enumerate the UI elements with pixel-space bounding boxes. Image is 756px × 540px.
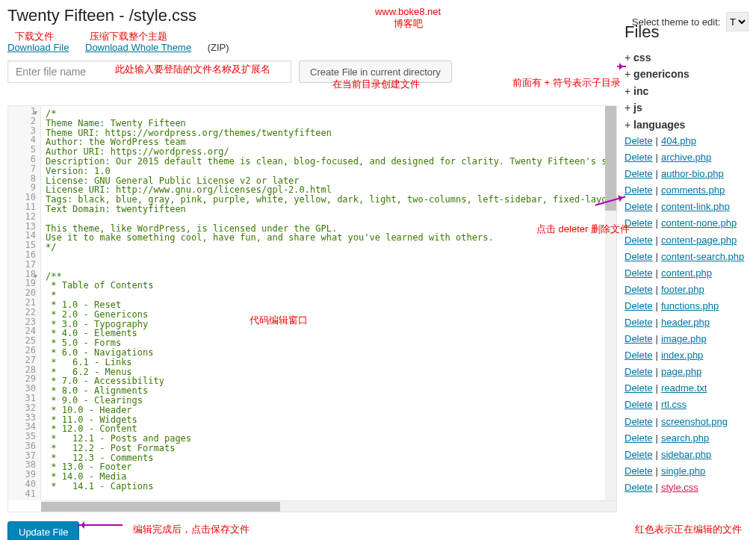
delete-file-link[interactable]: Delete (625, 482, 653, 493)
file-link[interactable]: style.css (661, 482, 698, 493)
file-row: Delete|readme.txt (625, 380, 749, 397)
file-row: Delete|archive.php (625, 149, 749, 166)
file-link[interactable]: single.php (661, 465, 705, 477)
file-row: Delete|author-bio.php (625, 166, 749, 182)
file-row: Delete|sidebar.php (625, 447, 749, 463)
create-file-button[interactable]: Create File in current directory (299, 60, 452, 83)
file-row: Delete|functions.php (625, 298, 749, 314)
file-link[interactable]: content-none.php (661, 217, 737, 229)
delete-file-link[interactable]: Delete (625, 284, 653, 295)
file-row: Delete|page.php (625, 364, 749, 380)
folder-js[interactable]: + js (625, 99, 749, 116)
file-link[interactable]: sidebar.php (661, 449, 711, 460)
download-theme-link[interactable]: Download Whole Theme (85, 42, 191, 53)
select-theme-row: Select theme to edit: T (632, 12, 749, 31)
file-row: Delete|single.php (625, 463, 749, 480)
file-link[interactable]: screenshot.png (661, 416, 728, 427)
delete-file-link[interactable]: Delete (625, 449, 653, 460)
file-link[interactable]: functions.php (661, 300, 719, 311)
folder-css[interactable]: + css (625, 49, 749, 66)
delete-file-link[interactable]: Delete (625, 350, 653, 361)
code-editor[interactable]: 1234567891011121314151617181920212223242… (7, 105, 617, 512)
file-link[interactable]: content.php (661, 267, 712, 279)
update-file-button[interactable]: Update File (7, 521, 79, 540)
file-row: Delete|content-none.php (625, 215, 749, 232)
file-link[interactable]: page.php (661, 366, 701, 377)
delete-file-link[interactable]: Delete (625, 235, 653, 246)
folder-inc[interactable]: + inc (625, 83, 749, 99)
file-link[interactable]: header.php (661, 317, 710, 328)
file-link[interactable]: footer.php (661, 284, 704, 295)
file-link[interactable]: readme.txt (661, 382, 707, 394)
horizontal-scrollbar[interactable] (41, 500, 616, 512)
file-row: Delete|index.php (625, 347, 749, 364)
file-row: Delete|footer.php (625, 282, 749, 298)
file-row: Delete|screenshot.png (625, 414, 749, 430)
file-row: Delete|content.php (625, 265, 749, 282)
delete-file-link[interactable]: Delete (625, 465, 653, 477)
delete-file-link[interactable]: Delete (625, 184, 653, 196)
file-link[interactable]: content-search.php (661, 251, 744, 262)
file-row: Delete|content-link.php (625, 199, 749, 215)
theme-select[interactable]: T (726, 12, 749, 31)
file-link[interactable]: author-bio.php (661, 168, 724, 179)
file-link[interactable]: content-link.php (661, 201, 730, 212)
file-row: Delete|comments.php (625, 182, 749, 199)
file-row: Delete|content-page.php (625, 232, 749, 249)
folder-languages[interactable]: + languages (625, 117, 749, 133)
delete-file-link[interactable]: Delete (625, 152, 653, 163)
delete-file-link[interactable]: Delete (625, 416, 653, 427)
file-row: Delete|search.php (625, 430, 749, 447)
delete-file-link[interactable]: Delete (625, 217, 653, 229)
file-link[interactable]: content-page.php (661, 235, 737, 246)
delete-file-link[interactable]: Delete (625, 201, 653, 212)
delete-file-link[interactable]: Delete (625, 399, 653, 410)
delete-file-link[interactable]: Delete (625, 333, 653, 344)
file-row: Delete|style.css (625, 480, 749, 496)
file-row: Delete|content-search.php (625, 249, 749, 265)
file-link[interactable]: image.php (661, 333, 707, 344)
file-link[interactable]: 404.php (661, 135, 696, 146)
download-file-link[interactable]: Download File (7, 42, 69, 53)
file-row: Delete|image.php (625, 331, 749, 347)
vertical-scrollbar[interactable] (605, 106, 616, 500)
file-link[interactable]: rtl.css (661, 399, 687, 410)
file-row: Delete|header.php (625, 314, 749, 331)
file-row: Delete|rtl.css (625, 397, 749, 413)
folder-genericons[interactable]: + genericons (625, 66, 749, 82)
delete-file-link[interactable]: Delete (625, 432, 653, 444)
file-link[interactable]: index.php (661, 350, 703, 361)
delete-file-link[interactable]: Delete (625, 317, 653, 328)
delete-file-link[interactable]: Delete (625, 267, 653, 279)
delete-file-link[interactable]: Delete (625, 168, 653, 179)
file-link[interactable]: archive.php (661, 152, 711, 163)
delete-file-link[interactable]: Delete (625, 300, 653, 311)
file-row: Delete|404.php (625, 133, 749, 149)
file-link[interactable]: comments.php (661, 184, 725, 196)
file-name-input[interactable] (7, 60, 291, 83)
delete-file-link[interactable]: Delete (625, 366, 653, 377)
file-link[interactable]: search.php (661, 432, 709, 444)
delete-file-link[interactable]: Delete (625, 251, 653, 262)
delete-file-link[interactable]: Delete (625, 382, 653, 394)
delete-file-link[interactable]: Delete (625, 135, 653, 146)
page-title: Twenty Fifteen - /style.css (7, 6, 196, 25)
